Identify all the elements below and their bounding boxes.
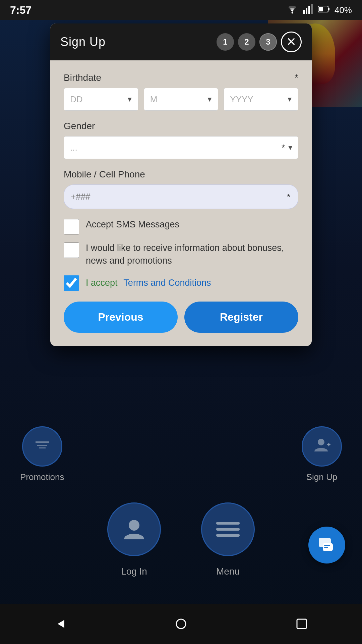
status-bar: 7:57 40%	[0, 0, 362, 20]
terms-text-wrapper: I accept Terms and Conditions	[86, 278, 211, 288]
previous-button[interactable]: Previous	[64, 302, 178, 333]
step-1[interactable]: 1	[217, 33, 234, 51]
day-wrapper: DD 123 ▼	[64, 88, 138, 111]
signal-icon	[303, 4, 313, 16]
sms-label: Accept SMS Messages	[86, 218, 179, 231]
svg-rect-1	[303, 10, 305, 14]
wifi-icon	[286, 4, 298, 16]
month-wrapper: M JanFeb ▼	[144, 88, 219, 111]
phone-section: Mobile / Cell Phone *	[64, 169, 298, 209]
modal-body: Birthdate * DD 123 ▼ M JanFeb	[50, 60, 312, 346]
battery-icon	[318, 5, 330, 15]
android-nav	[0, 604, 362, 644]
modal-overlay: Sign Up 1 2 3 ✕ Birthdate *	[0, 20, 362, 644]
battery-percentage: 40%	[335, 5, 352, 15]
step-indicators: 1 2 3 ✕	[217, 32, 302, 52]
status-time: 7:57	[10, 4, 32, 16]
accept-text: I accept	[86, 278, 118, 288]
close-button[interactable]: ✕	[281, 32, 302, 52]
birthdate-required: *	[295, 72, 298, 83]
day-select[interactable]: DD 123	[64, 88, 138, 111]
phone-input-wrapper: *	[64, 184, 298, 209]
svg-rect-18	[297, 619, 306, 629]
status-icons: 40%	[286, 4, 352, 16]
birthdate-section: Birthdate * DD 123 ▼ M JanFeb	[64, 72, 298, 111]
svg-rect-4	[311, 4, 313, 14]
signup-modal: Sign Up 1 2 3 ✕ Birthdate *	[50, 23, 312, 346]
svg-marker-16	[58, 620, 64, 628]
terms-checkbox[interactable]	[64, 275, 79, 291]
recents-icon	[296, 618, 308, 630]
step-2[interactable]: 2	[238, 33, 255, 51]
promotions-checkbox-item: I would like to receive information abou…	[64, 242, 298, 267]
phone-label: Mobile / Cell Phone	[64, 169, 298, 180]
svg-rect-3	[308, 6, 310, 14]
year-select[interactable]: YYYY 20001999	[224, 88, 298, 111]
checkbox-group: Accept SMS Messages I would like to rece…	[64, 218, 298, 267]
button-row: Previous Register	[64, 302, 298, 333]
svg-rect-6	[328, 8, 329, 10]
recents-button[interactable]	[290, 612, 313, 636]
phone-required: *	[287, 192, 290, 202]
home-button[interactable]	[169, 612, 193, 636]
sms-checkbox-item: Accept SMS Messages	[64, 218, 298, 234]
gender-section: Gender ... Male Female Other * ▼	[64, 121, 298, 159]
register-button[interactable]: Register	[184, 302, 298, 333]
chat-fab[interactable]	[308, 527, 345, 564]
terms-link[interactable]: Terms and Conditions	[123, 278, 211, 288]
gender-required: *	[282, 143, 285, 153]
accept-terms-row: I accept Terms and Conditions	[64, 275, 298, 291]
home-icon	[174, 617, 188, 631]
svg-rect-15	[324, 547, 328, 548]
back-button[interactable]	[49, 612, 72, 636]
step-3[interactable]: 3	[259, 33, 277, 51]
gender-select[interactable]: ... Male Female Other	[64, 136, 298, 159]
birthdate-label: Birthdate *	[64, 72, 298, 83]
gender-select-wrapper: ... Male Female Other * ▼	[64, 136, 298, 159]
month-select[interactable]: M JanFeb	[144, 88, 219, 111]
year-wrapper: YYYY 20001999 ▼	[224, 88, 298, 111]
promotions-label: I would like to receive information abou…	[86, 242, 298, 267]
modal-title: Sign Up	[60, 35, 106, 49]
svg-rect-13	[323, 543, 333, 551]
svg-rect-7	[319, 7, 323, 11]
svg-point-0	[291, 12, 293, 13]
sms-checkbox[interactable]	[64, 219, 79, 234]
promotions-checkbox[interactable]	[64, 243, 79, 258]
svg-point-17	[176, 619, 186, 629]
birthdate-row: DD 123 ▼ M JanFeb ▼ YYYY	[64, 88, 298, 111]
svg-rect-14	[324, 545, 330, 546]
phone-input[interactable]	[64, 184, 298, 209]
gender-label: Gender	[64, 121, 298, 131]
svg-rect-2	[306, 8, 307, 14]
chat-icon	[317, 536, 336, 554]
modal-header: Sign Up 1 2 3 ✕	[50, 23, 312, 60]
back-icon	[54, 617, 67, 631]
